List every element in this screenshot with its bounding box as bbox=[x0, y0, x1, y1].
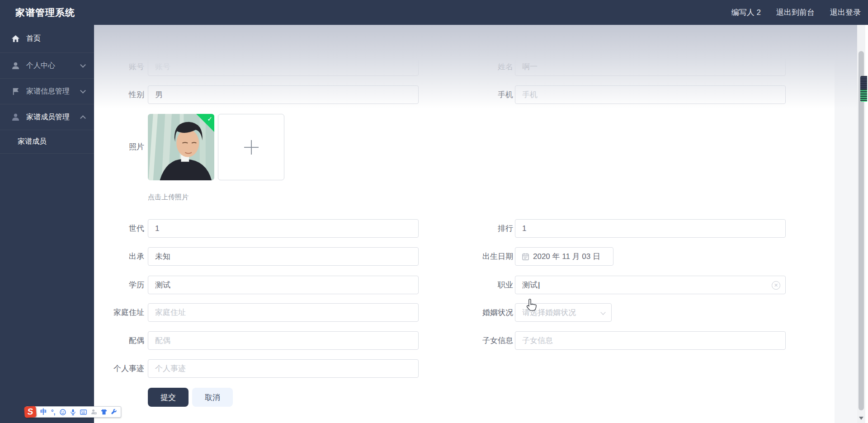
photo-thumbnail[interactable]: ✓ bbox=[148, 114, 214, 180]
upload-hint: 点击上传照片 bbox=[148, 193, 189, 202]
chevron-down-icon bbox=[80, 62, 86, 68]
rank-label: 排行 bbox=[419, 219, 513, 238]
spouse-input[interactable] bbox=[148, 331, 419, 350]
scroll-marker-green-stripes bbox=[860, 89, 867, 102]
form-row: 学历 职业 测试 | ✕ bbox=[94, 276, 826, 294]
marital-status-placeholder: 请选择婚姻状况 bbox=[522, 307, 576, 318]
account-input[interactable] bbox=[148, 57, 419, 76]
account-label: 账号 bbox=[94, 57, 144, 76]
member-edit-form: 号 名 账号 姓名 性别 手机 照片 ✓ bbox=[94, 25, 835, 423]
origin-label: 出承 bbox=[94, 247, 144, 266]
submit-button[interactable]: 提交 bbox=[148, 388, 189, 407]
children-input[interactable] bbox=[515, 331, 786, 350]
app-title: 家谱管理系统 bbox=[15, 6, 75, 19]
partial-input-left[interactable] bbox=[148, 25, 419, 31]
deeds-label: 个人事迹 bbox=[94, 359, 144, 378]
form-row: 配偶 子女信息 bbox=[94, 331, 826, 350]
sogou-logo-icon[interactable]: S bbox=[24, 406, 37, 418]
education-label: 学历 bbox=[94, 276, 144, 294]
occupation-label: 职业 bbox=[419, 276, 513, 294]
user-icon bbox=[11, 61, 20, 70]
emoji-icon[interactable] bbox=[60, 409, 66, 415]
page-background-strip bbox=[835, 25, 857, 423]
clear-icon[interactable]: ✕ bbox=[772, 281, 780, 290]
text-caret: | bbox=[538, 281, 540, 290]
form-row: 账号 姓名 bbox=[94, 57, 826, 76]
generation-label: 世代 bbox=[94, 219, 144, 238]
sidebar-item-genealogy-info[interactable]: 家谱信息管理 bbox=[0, 79, 94, 104]
generation-input[interactable] bbox=[148, 219, 419, 238]
cancel-button[interactable]: 取消 bbox=[192, 388, 233, 407]
skin-icon[interactable] bbox=[101, 409, 107, 415]
name-label: 姓名 bbox=[419, 57, 513, 76]
sidebar-subitem-label: 家谱成员 bbox=[18, 137, 47, 146]
scrollbar-thumb[interactable] bbox=[859, 51, 864, 410]
sidebar-item-label: 首页 bbox=[26, 34, 41, 43]
marital-status-select[interactable]: 请选择婚姻状况 bbox=[515, 303, 612, 322]
check-icon: ✓ bbox=[207, 115, 212, 122]
gender-label: 性别 bbox=[94, 85, 144, 104]
sidebar-item-personal-center[interactable]: 个人中心 bbox=[0, 53, 94, 79]
partial-input-right[interactable] bbox=[515, 25, 786, 31]
origin-input[interactable] bbox=[148, 247, 419, 266]
rank-input[interactable] bbox=[515, 219, 786, 238]
phone-input[interactable] bbox=[515, 85, 786, 104]
birthdate-label: 出生日期 bbox=[419, 247, 513, 266]
keyboard-icon[interactable] bbox=[80, 409, 87, 415]
deeds-input[interactable] bbox=[148, 359, 419, 378]
occupation-value: 测试 bbox=[522, 280, 538, 290]
member-icon bbox=[11, 113, 20, 122]
chevron-down-icon bbox=[600, 310, 605, 315]
exit-to-front-link[interactable]: 退出到前台 bbox=[776, 7, 815, 18]
photo-label: 照片 bbox=[94, 141, 144, 152]
form-row: 性别 手机 bbox=[94, 85, 826, 104]
phone-label: 手机 bbox=[419, 85, 513, 104]
ime-toolbar[interactable]: S 中 °, bbox=[26, 406, 121, 418]
name-input[interactable] bbox=[515, 57, 786, 76]
form-row: 世代 排行 bbox=[94, 219, 826, 238]
header-links: 编写人 2 退出到前台 退出登录 bbox=[731, 0, 861, 25]
chevron-down-icon bbox=[80, 88, 86, 94]
children-label: 子女信息 bbox=[419, 331, 513, 350]
gender-input[interactable] bbox=[148, 85, 419, 104]
scroll-marker-widget[interactable] bbox=[860, 76, 867, 102]
sidebar: 首页 个人中心 家谱信息管理 家谱成员管理 家谱成员 bbox=[0, 25, 94, 423]
sidebar-item-label: 个人中心 bbox=[26, 61, 55, 70]
photo-upload-button[interactable] bbox=[218, 114, 284, 180]
microphone-icon[interactable] bbox=[70, 409, 76, 415]
birthdate-picker[interactable]: 2020 年 11 月 03 日 bbox=[515, 247, 613, 266]
scroll-marker-dark-stripes bbox=[860, 76, 867, 89]
chinese-mode-icon[interactable]: 中 bbox=[40, 408, 47, 416]
tools-icon[interactable] bbox=[111, 409, 117, 415]
sidebar-item-member-management[interactable]: 家谱成员管理 bbox=[0, 104, 94, 130]
plus-icon bbox=[244, 140, 259, 155]
sidebar-item-label: 家谱成员管理 bbox=[26, 113, 70, 122]
calendar-icon bbox=[522, 253, 529, 260]
home-icon bbox=[11, 34, 20, 43]
account-icon[interactable] bbox=[91, 409, 97, 415]
address-label: 家庭住址 bbox=[94, 303, 144, 322]
app-header: 家谱管理系统 编写人 2 退出到前台 退出登录 bbox=[0, 0, 868, 25]
chevron-up-icon bbox=[80, 115, 86, 121]
current-user-link[interactable]: 编写人 2 bbox=[731, 7, 761, 18]
address-input[interactable] bbox=[148, 303, 419, 322]
partial-field-label: 名 bbox=[419, 34, 512, 44]
scrollbar-down-arrow[interactable] bbox=[859, 417, 863, 420]
form-row: 出承 出生日期 2020 年 11 月 03 日 bbox=[94, 247, 826, 266]
occupation-input[interactable]: 测试 | ✕ bbox=[515, 276, 786, 294]
spouse-label: 配偶 bbox=[94, 331, 144, 350]
education-input[interactable] bbox=[148, 276, 419, 294]
form-row: 家庭住址 婚姻状况 请选择婚姻状况 bbox=[94, 303, 826, 322]
punctuation-icon[interactable]: °, bbox=[51, 409, 56, 416]
flag-icon bbox=[11, 87, 20, 96]
partial-field-label: 号 bbox=[94, 34, 142, 44]
form-row: 个人事迹 bbox=[94, 359, 826, 378]
sidebar-item-home[interactable]: 首页 bbox=[0, 25, 94, 53]
logout-link[interactable]: 退出登录 bbox=[830, 7, 861, 18]
sidebar-item-label: 家谱信息管理 bbox=[26, 87, 70, 96]
marital-status-label: 婚姻状况 bbox=[419, 303, 513, 322]
birthdate-value: 2020 年 11 月 03 日 bbox=[533, 251, 600, 262]
sidebar-subitem-members[interactable]: 家谱成员 bbox=[0, 130, 94, 154]
